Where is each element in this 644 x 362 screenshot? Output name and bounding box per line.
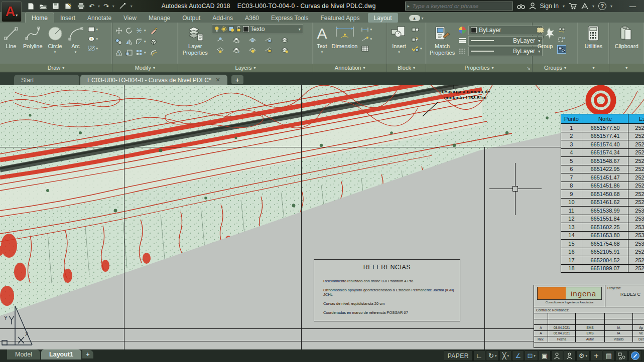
layer-properties-button[interactable]: Layer Properties [180, 24, 210, 57]
file-tab-start[interactable]: Start [14, 75, 79, 85]
mirror-icon[interactable] [124, 38, 134, 46]
edit-block-icon[interactable] [411, 35, 420, 43]
object-color-dropdown[interactable]: ByLayer ▾ [468, 26, 543, 35]
app-dropdown[interactable]: ▾ [592, 4, 594, 9]
ribbon-tab-view[interactable]: View [117, 13, 143, 23]
array-icon[interactable] [135, 49, 144, 57]
layer-thaw-icon[interactable] [248, 46, 257, 54]
ribbon-tab-annotate[interactable]: Annotate [81, 13, 117, 23]
dimension-button[interactable]: Dimension [330, 24, 359, 51]
application-menu-button[interactable]: A ▾ [2, 1, 22, 22]
undo-button[interactable]: ↶ [89, 3, 94, 10]
line-button[interactable]: Line [2, 24, 20, 51]
isodraft-toggle[interactable]: ╳▾ [499, 350, 511, 361]
paper-model-toggle[interactable]: PAPER [444, 350, 473, 361]
group-button[interactable]: Group [535, 24, 556, 51]
undo-dropdown[interactable]: ▾ [98, 4, 100, 9]
autodesk-app-icon[interactable] [581, 2, 588, 11]
ungroup-icon[interactable] [557, 25, 566, 34]
crosshair-size-button[interactable]: + [590, 350, 602, 361]
close-icon[interactable]: ✕ [216, 77, 220, 83]
panel-label-draw[interactable]: Draw [0, 64, 112, 72]
erase-icon[interactable] [149, 27, 158, 35]
make-current-icon[interactable] [280, 36, 289, 44]
arc-button[interactable]: Arc ▾ [66, 24, 85, 55]
object-snap-toggle[interactable]: ⊡▾ [525, 350, 538, 361]
new-layout-button[interactable]: + [82, 350, 93, 358]
annotation-visibility-toggle[interactable]: ▣ [539, 350, 551, 361]
match-properties-button[interactable]: Match Properties [428, 24, 456, 57]
ribbon-tab-output[interactable]: Output [176, 13, 206, 23]
chevron-down-icon[interactable]: ▾ [96, 47, 100, 51]
workspace-switching-button[interactable] [615, 350, 628, 361]
drawing-area[interactable]: descarga a camara de contacto 1153.51m R… [0, 85, 644, 349]
help-dropdown[interactable]: ▾ [610, 4, 612, 9]
layer-dropdown[interactable]: Texto ▾ [212, 24, 303, 34]
layer-isolate-icon[interactable] [232, 36, 241, 44]
dialog-launcher-icon[interactable]: ↘ [527, 66, 531, 71]
table-icon[interactable] [360, 44, 369, 53]
chevron-down-icon[interactable]: ▾ [420, 47, 424, 51]
model-tab[interactable]: Model [7, 349, 40, 359]
scale-icon[interactable] [124, 49, 134, 57]
open-button[interactable] [39, 2, 48, 10]
panel-label-block[interactable]: Block [387, 64, 426, 72]
chevron-down-icon[interactable]: ▾ [144, 51, 148, 55]
chevron-down-icon[interactable]: ▾ [144, 29, 148, 33]
chevron-down-icon[interactable]: ▾ [370, 28, 374, 32]
layer-unlock2-icon[interactable] [264, 46, 273, 54]
chevron-down-icon[interactable]: ▾ [96, 28, 100, 32]
panel-label-groups[interactable]: Groups [533, 64, 578, 72]
ribbon-collapse-button[interactable]: ▲▾ [409, 15, 424, 21]
group-selection-toggle[interactable] [557, 45, 566, 54]
ribbon-tab-layout[interactable]: Layout [368, 13, 398, 23]
ribbon-tab-manage[interactable]: Manage [143, 13, 176, 23]
ribbon-tab-add-ins[interactable]: Add-ins [206, 13, 239, 23]
layer-lock-icon[interactable] [264, 36, 273, 44]
panel-label-annotation[interactable]: Annotation [313, 64, 387, 72]
ribbon-tab-express-tools[interactable]: Express Tools [265, 13, 314, 23]
new-drawing-button[interactable] [26, 2, 35, 10]
ribbon-tab-a360[interactable]: A360 [239, 13, 265, 23]
chevron-down-icon[interactable]: ▾ [370, 37, 374, 41]
chevron-down-icon[interactable]: ▾ [144, 40, 148, 44]
group-edit-icon[interactable] [557, 35, 566, 44]
polyline-button[interactable]: Polyline [22, 24, 44, 51]
linetype-dropdown[interactable]: ByLayer ▾ [468, 47, 543, 56]
search-expand-icon[interactable]: ▸ [408, 4, 410, 9]
layer-on-icon[interactable] [216, 46, 225, 54]
fillet-icon[interactable] [135, 38, 144, 46]
chevron-down-icon[interactable]: ▾ [96, 37, 100, 41]
trim-icon[interactable] [135, 27, 144, 35]
annotation-scale-gear[interactable]: ⚙▾ [576, 350, 590, 361]
redo-dropdown[interactable]: ▾ [112, 4, 114, 9]
search-icon[interactable] [517, 2, 525, 11]
ortho-toggle[interactable]: ∟ [473, 350, 485, 361]
ribbon-tab-home[interactable]: Home [25, 13, 54, 23]
workspace-icon[interactable] [118, 2, 127, 10]
leader-icon[interactable] [360, 35, 369, 43]
layer-off-icon[interactable] [216, 36, 225, 44]
hatch-tool-icon[interactable] [87, 44, 96, 53]
redo-button[interactable]: ↷ [103, 3, 109, 10]
stretch-icon[interactable] [114, 49, 123, 57]
circle-button[interactable]: Circle ▾ [46, 24, 65, 55]
ribbon-tab-featured-apps[interactable]: Featured Apps [314, 13, 365, 23]
sign-in-dropdown[interactable]: ▾ [563, 4, 565, 9]
panel-label-layers[interactable]: Layers [178, 64, 313, 72]
quick-properties-toggle[interactable]: ▤ [603, 350, 615, 361]
panel-label-properties[interactable]: Properties [426, 64, 532, 72]
save-as-button[interactable] [64, 2, 73, 10]
annotation-scale-button[interactable] [564, 350, 576, 361]
ellipse-tool-icon[interactable] [87, 35, 96, 43]
utilities-button[interactable]: Utilities [583, 24, 604, 51]
panel-label-clipboard[interactable] [609, 64, 644, 72]
app-store-cart-icon[interactable] [569, 2, 577, 11]
move-icon[interactable] [114, 27, 123, 35]
isolate-objects-button[interactable] [628, 350, 642, 361]
object-snap-tracking-toggle[interactable]: ∠ [512, 350, 524, 361]
panel-label-modify[interactable]: Modify [112, 64, 178, 72]
new-drawing-tab-button[interactable]: + [231, 75, 243, 84]
create-block-icon[interactable] [411, 25, 420, 34]
help-button[interactable]: ? [598, 2, 606, 10]
